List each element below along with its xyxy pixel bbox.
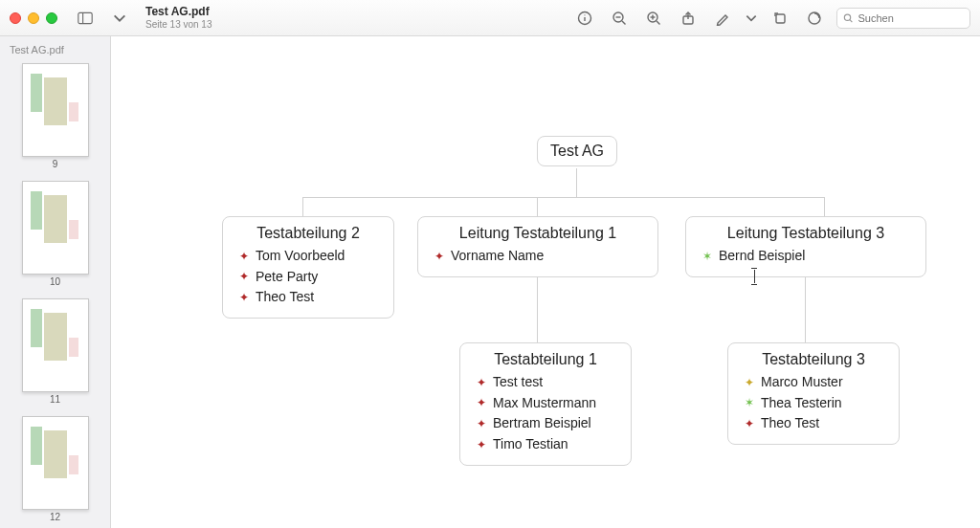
markup-chevron[interactable] xyxy=(745,7,758,30)
org-member: ✦Test test xyxy=(474,372,617,393)
svg-point-15 xyxy=(809,12,820,24)
connector-line xyxy=(302,197,824,198)
org-member: ✦Max Mustermann xyxy=(474,393,617,414)
zoom-window-button[interactable] xyxy=(46,12,57,24)
sidebar-toggle-button[interactable] xyxy=(73,7,98,30)
connector-line xyxy=(302,197,303,216)
org-member: ✦Vorname Name xyxy=(432,246,644,267)
org-member-name: Pete Party xyxy=(256,267,318,288)
document-canvas[interactable]: Test AG Testabteilung 2 ✦Tom Voorbeeld ✦… xyxy=(111,36,980,528)
org-node: Leitung Testabteilung 1 ✦Vorname Name xyxy=(417,216,658,277)
marker-icon: ✦ xyxy=(476,374,487,392)
page-thumbnail-number: 11 xyxy=(0,394,110,405)
marker-icon: ✦ xyxy=(476,415,487,433)
thumbnail-sidebar: Test AG.pdf 9 10 11 12 xyxy=(0,36,111,528)
document-subtitle: Seite 13 von 13 xyxy=(145,19,212,30)
marker-icon: ✦ xyxy=(238,248,250,266)
rotate-button[interactable] xyxy=(768,7,792,30)
org-node-title: Leitung Testabteilung 3 xyxy=(700,225,912,242)
sidebar-mode-chevron[interactable] xyxy=(107,7,132,30)
org-member-name: Bertram Beispiel xyxy=(493,413,591,434)
org-member: ✦Pete Party xyxy=(236,267,380,288)
marker-icon: ✦ xyxy=(434,248,445,266)
page-thumbnail[interactable] xyxy=(22,416,89,510)
org-member: ✶Bernd Beispiel xyxy=(700,246,912,267)
window-controls xyxy=(10,12,57,24)
sidebar-filename: Test AG.pdf xyxy=(0,40,110,63)
svg-point-16 xyxy=(844,14,850,20)
search-input[interactable] xyxy=(858,12,964,24)
svg-point-4 xyxy=(584,14,585,15)
svg-line-17 xyxy=(850,19,852,21)
info-button[interactable] xyxy=(572,7,597,30)
org-member-name: Max Mustermann xyxy=(493,393,596,414)
org-member: ✦Marco Muster xyxy=(742,372,885,393)
marker-icon: ✦ xyxy=(744,415,755,433)
org-member-name: Thea Testerin xyxy=(761,393,842,414)
connector-line xyxy=(576,168,577,197)
org-node: Testabteilung 2 ✦Tom Voorbeeld ✦Pete Par… xyxy=(222,216,394,319)
text-caret-icon xyxy=(754,270,755,283)
org-member: ✦Tom Voorbeeld xyxy=(236,246,380,267)
org-member-name: Marco Muster xyxy=(761,372,843,393)
org-member: ✦Theo Test xyxy=(742,413,885,434)
svg-line-9 xyxy=(657,21,660,25)
minimize-window-button[interactable] xyxy=(28,12,39,24)
page-thumbnail-number: 10 xyxy=(0,276,110,287)
org-node: Testabteilung 1 ✦Test test ✦Max Musterma… xyxy=(459,342,632,466)
marker-icon: ✦ xyxy=(476,394,487,412)
zoom-out-button[interactable] xyxy=(607,7,632,30)
org-node: Leitung Testabteilung 3 ✶Bernd Beispiel xyxy=(685,216,926,277)
page-thumbnail-number: 12 xyxy=(0,512,110,522)
org-node-title: Testabteilung 3 xyxy=(742,351,885,368)
org-member-name: Tom Voorbeeld xyxy=(256,246,345,267)
org-member: ✦Timo Testian xyxy=(474,434,617,455)
org-node-title: Leitung Testabteilung 1 xyxy=(432,225,644,242)
org-node-title: Testabteilung 2 xyxy=(236,225,380,242)
org-node: Testabteilung 3 ✦Marco Muster ✶Thea Test… xyxy=(727,342,900,445)
titlebar: Test AG.pdf Seite 13 von 13 xyxy=(0,0,980,36)
share-button[interactable] xyxy=(676,7,701,30)
org-node-title: Testabteilung 1 xyxy=(474,351,617,368)
page-thumbnail[interactable] xyxy=(22,63,89,157)
connector-line xyxy=(824,197,825,216)
search-field[interactable] xyxy=(836,8,970,29)
org-member-name: Theo Test xyxy=(761,413,819,434)
org-member-name: Theo Test xyxy=(256,287,314,308)
marker-icon: ✦ xyxy=(744,374,755,392)
org-member: ✦Bertram Beispiel xyxy=(474,413,617,434)
marker-icon: ✦ xyxy=(238,268,250,286)
org-member-name: Test test xyxy=(493,372,543,393)
svg-rect-14 xyxy=(776,14,785,23)
marker-icon: ✦ xyxy=(476,436,487,454)
org-node-title: Test AG xyxy=(547,143,607,160)
document-title-block: Test AG.pdf Seite 13 von 13 xyxy=(145,6,212,29)
marker-icon: ✶ xyxy=(744,394,755,412)
close-window-button[interactable] xyxy=(10,12,21,24)
highlight-button[interactable] xyxy=(802,7,827,30)
org-member: ✦Theo Test xyxy=(236,287,380,308)
marker-icon: ✦ xyxy=(238,289,250,307)
page-thumbnail-number: 9 xyxy=(0,159,110,169)
connector-line xyxy=(537,273,538,342)
page-thumbnail[interactable] xyxy=(22,298,89,392)
org-member: ✶Thea Testerin xyxy=(742,393,885,414)
connector-line xyxy=(537,197,538,216)
zoom-in-button[interactable] xyxy=(641,7,666,30)
marker-icon: ✶ xyxy=(702,248,713,266)
page-thumbnail[interactable] xyxy=(22,181,89,275)
org-member-name: Vorname Name xyxy=(451,246,544,267)
svg-rect-0 xyxy=(78,12,92,23)
document-title: Test AG.pdf xyxy=(145,6,212,18)
svg-line-6 xyxy=(622,21,626,25)
org-member-name: Bernd Beispiel xyxy=(719,246,805,267)
search-icon xyxy=(843,12,854,24)
markup-button[interactable] xyxy=(710,7,735,30)
connector-line xyxy=(805,273,806,342)
org-node-root: Test AG xyxy=(537,136,617,166)
org-member-name: Timo Testian xyxy=(493,434,568,455)
